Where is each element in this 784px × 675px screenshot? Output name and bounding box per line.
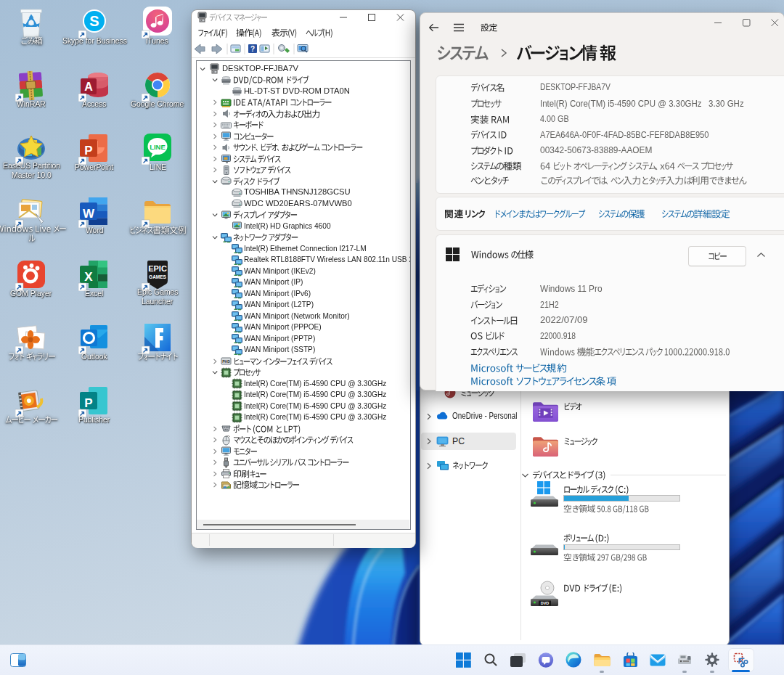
svg-text:EPIC: EPIC bbox=[148, 264, 167, 273]
svg-text:P: P bbox=[84, 144, 92, 158]
svg-text:W: W bbox=[83, 207, 95, 221]
svg-text:S: S bbox=[89, 13, 99, 29]
svg-text:DVD: DVD bbox=[541, 601, 550, 605]
svg-text:P: P bbox=[84, 396, 92, 410]
svg-text:X: X bbox=[84, 270, 93, 284]
svg-text:PHD: PHD bbox=[222, 359, 230, 364]
svg-text:LINE: LINE bbox=[150, 143, 166, 151]
svg-text:GAMES: GAMES bbox=[149, 274, 167, 279]
svg-text:?: ? bbox=[250, 45, 255, 53]
svg-text:A: A bbox=[84, 81, 93, 93]
